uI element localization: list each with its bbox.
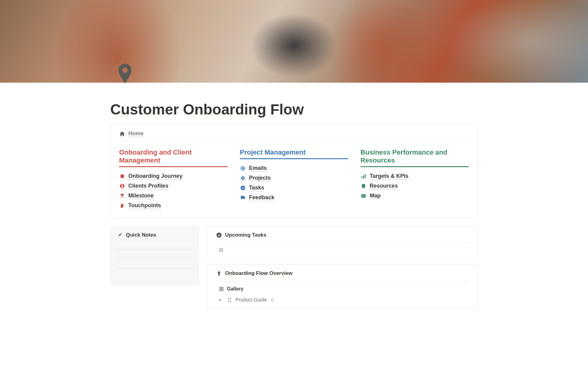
quick-notes-card: Quick Notes [110, 226, 199, 286]
upcoming-tasks-card: Upcoming Tasks [207, 226, 478, 259]
user-circle-icon [119, 183, 125, 189]
nav-feedback[interactable]: Feedback [240, 193, 348, 203]
group-product-guide[interactable]: Product Guide 6 [216, 292, 469, 303]
nav-milestone[interactable]: Milestone [119, 191, 228, 201]
nav-targets-kpis[interactable]: Targets & KPIs [360, 171, 469, 181]
note-line[interactable] [117, 268, 193, 269]
nav-label: Projects [249, 175, 271, 182]
nav-label: Touchpoints [128, 202, 161, 209]
overview-header: Onboarding Flow Overview [216, 270, 469, 278]
nav-clients-profiles[interactable]: Clients Profiles [119, 181, 228, 191]
page-title: Customer Onboarding Flow [110, 83, 478, 125]
note-line[interactable] [117, 249, 193, 250]
page-icon-pin [116, 63, 134, 84]
bar-chart-icon [360, 173, 367, 179]
hexagon-icon [119, 173, 125, 179]
quick-notes-title: Quick Notes [126, 232, 156, 238]
home-link-row[interactable]: Home [119, 130, 469, 140]
nav-emails[interactable]: Emails [240, 163, 348, 173]
svg-rect-18 [222, 289, 223, 291]
arrow-up-icon [216, 270, 222, 276]
nav-resources[interactable]: Resources [360, 181, 469, 191]
svg-rect-15 [220, 287, 221, 289]
svg-rect-16 [222, 287, 223, 289]
upcoming-tasks-header: Upcoming Tasks [216, 232, 469, 240]
at-sign-icon [240, 165, 246, 171]
svg-rect-4 [361, 177, 362, 178]
list-view-toggle[interactable] [216, 243, 469, 253]
nav-label: Targets & KPIs [370, 173, 409, 180]
upcoming-tasks-title: Upcoming Tasks [225, 232, 266, 238]
triangle-down-icon [217, 297, 223, 303]
nav-label: Map [370, 193, 381, 199]
gallery-view-tab[interactable]: Gallery [216, 282, 469, 292]
svg-point-1 [122, 185, 123, 186]
nav-label: Feedback [249, 194, 274, 201]
home-icon [119, 131, 125, 137]
svg-point-13 [220, 250, 220, 250]
svg-rect-17 [220, 289, 221, 291]
nav-touchpoints[interactable]: Touchpoints [119, 201, 228, 211]
nav-map[interactable]: Map [360, 191, 469, 201]
list-icon [218, 247, 224, 253]
map-icon [360, 193, 367, 199]
feather-icon [117, 232, 123, 238]
section-onboarding: Onboarding and Client Management Onboard… [119, 148, 228, 211]
navigation-card: Home Onboarding and Client Management On… [110, 125, 478, 218]
gallery-label: Gallery [227, 286, 243, 292]
cover-image [0, 0, 588, 83]
gallery-icon [218, 286, 224, 292]
group-label: Product Guide [236, 297, 267, 303]
hand-icon [119, 203, 125, 209]
nav-onboarding-journey[interactable]: Onboarding Journey [119, 171, 228, 181]
book-icon [360, 183, 367, 189]
section-business: Business Performance and Resources Targe… [360, 148, 469, 211]
nav-label: Onboarding Journey [128, 173, 183, 180]
svg-rect-6 [365, 174, 366, 178]
chat-icon [240, 195, 246, 201]
check-circle-solid-icon [216, 232, 222, 238]
section-project: Project Management Emails Projects Tasks… [240, 148, 348, 211]
nav-tasks[interactable]: Tasks [240, 183, 348, 193]
overview-card: Onboarding Flow Overview Gallery [207, 264, 478, 309]
svg-point-14 [220, 251, 220, 251]
section-title-business: Business Performance and Resources [360, 148, 469, 167]
trophy-icon [119, 193, 125, 199]
section-title-project: Project Management [240, 148, 348, 159]
quick-notes-header: Quick Notes [117, 232, 193, 240]
note-line[interactable] [117, 259, 193, 259]
svg-rect-7 [362, 187, 365, 188]
svg-point-12 [220, 249, 220, 249]
section-title-onboarding: Onboarding and Client Management [119, 148, 228, 167]
nav-label: Tasks [249, 185, 264, 191]
svg-rect-5 [363, 175, 364, 178]
check-circle-icon [240, 185, 246, 191]
nav-projects[interactable]: Projects [240, 173, 348, 183]
nav-label: Emails [249, 165, 267, 172]
diamond-icon [240, 175, 246, 181]
overview-title: Onboarding Flow Overview [225, 270, 292, 276]
group-count: 6 [271, 297, 274, 303]
home-link-label: Home [128, 130, 144, 137]
nav-label: Clients Profiles [128, 183, 168, 189]
nav-label: Resources [370, 183, 398, 189]
nav-label: Milestone [128, 193, 154, 199]
page-icon [226, 297, 232, 303]
